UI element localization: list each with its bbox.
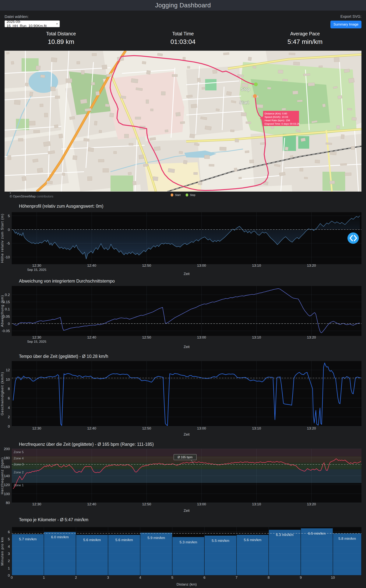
x-tick-label: 8 [267, 575, 270, 580]
chart-title-pace-per-km: Tempo je Kilometer - Ø 5:47 min/km [0, 517, 366, 523]
file-select-group: Datei wählen: 2025-09-15_HH_Run_10.90Km.… [5, 14, 60, 27]
y-tick-label: 3 [8, 552, 10, 556]
stat-average-pace: Average Pace 5:47 min/km [244, 31, 366, 48]
page-title: Jogging Dashboard [155, 2, 211, 9]
y-tick-label: 5 [8, 214, 10, 218]
x-axis-title: Zeit [183, 345, 190, 349]
bar-label: 5.6 min/km [83, 538, 101, 542]
stat-label: Total Distance [0, 31, 122, 37]
x-tick-label: 13:00 [197, 263, 206, 268]
x-axis-title: Zeit [183, 432, 190, 436]
pan-nav-button[interactable] [347, 232, 359, 244]
x-tick-label: 12:40 [87, 502, 96, 506]
stat-total-distance: Total Distance 10.89 km [0, 31, 122, 48]
y-tick-label: 0 [8, 322, 10, 326]
x-tick-label: 12:30 [32, 426, 41, 430]
y-tick-label: 10 [6, 378, 10, 381]
x-tick-date-label: Sep 15, 2025 [27, 340, 46, 343]
y-tick-label: 0.1 [5, 307, 10, 311]
legend-item-start[interactable]: Start [171, 194, 181, 196]
legend-item-stop[interactable]: Stop [185, 194, 195, 196]
svg-text:Distance (Km): 0.60: Distance (Km): 0.60 [265, 112, 287, 115]
x-tick-label: 10 [331, 575, 335, 580]
x-tick-label: 13:20 [307, 335, 316, 339]
x-tick-label: 13:20 [307, 502, 316, 506]
stop-marker-icon [185, 194, 188, 196]
y-tick-label: 100 [4, 492, 10, 496]
bar-label: 5.5 min/km [212, 539, 229, 543]
pace-per-km-chart[interactable]: 5.7 min/km6.0 min/km5.6 min/km5.6 min/km… [0, 523, 366, 588]
x-tick-label: 12:40 [87, 426, 96, 430]
x-tick-label: 0 [11, 575, 13, 580]
stats-row: Total Distance 10.89 km Total Time 01:03… [0, 31, 366, 48]
chart-title-heart-rate: Herzfrequenz über die Zeit (geglättete) … [0, 442, 366, 447]
export-label: Export SVG: [340, 14, 361, 19]
route-map[interactable]: StartStopDistance (Km): 0.60Speed (Km/h)… [5, 51, 361, 201]
y-tick-label: -0.05 [2, 329, 10, 333]
x-tick-label: 13:10 [252, 263, 261, 268]
x-tick-label: 5 [171, 575, 173, 580]
zone-label: Zone 5 [14, 450, 24, 454]
stop-label: Stop [241, 87, 250, 92]
chart-title-deviation: Abweichung von integriertem Durchschnitt… [0, 279, 366, 284]
osm-attribution-link[interactable]: © OpenStreetMap [10, 195, 36, 198]
chart-title-elevation: Höhenprofil (relativ zum Ausgangswert: 0… [0, 204, 366, 209]
elevation-chart[interactable]: 50-5-1012:30Sep 15, 202512:4012:5013:001… [0, 209, 366, 275]
file-select-value: 2025-09-15_HH_Run_10.90Km.fit [7, 20, 56, 28]
y-tick-label: 0 [8, 573, 10, 577]
y-tick-label: 6 [8, 530, 10, 534]
x-tick-label: 13:10 [252, 426, 261, 430]
toolbar: Datei wählen: 2025-09-15_HH_Run_10.90Km.… [0, 11, 366, 29]
y-axis-title: Minuten pro km [0, 537, 4, 566]
y-tick-label: 12 [6, 368, 10, 372]
y-tick-label: 180 [4, 456, 10, 460]
zone-label: Zone 1 [14, 484, 24, 487]
x-tick-label: 13:00 [197, 426, 206, 430]
x-tick-label: 12:50 [142, 335, 151, 339]
y-tick-label: 1 [8, 566, 10, 570]
x-tick-label: 13:10 [252, 502, 261, 506]
svg-text:Ø 165 bpm: Ø 165 bpm [177, 456, 192, 459]
summary-image-button[interactable]: Summary Image [330, 21, 361, 28]
pace-deviation-chart[interactable]: 0.20.150.10.050-0.0512:30Sep 15, 202512:… [0, 284, 366, 350]
x-tick-label: 12:40 [87, 263, 96, 268]
file-select[interactable]: 2025-09-15_HH_Run_10.90Km.fit ▾ [5, 20, 60, 27]
heart-rate-chart[interactable]: Zone 2Zone 3Zone 4Zone 5Zone 18010012014… [0, 447, 366, 515]
plot-area [12, 361, 361, 426]
y-tick-label: 2 [8, 559, 10, 563]
file-select-label: Datei wählen: [5, 14, 60, 19]
y-tick-label: 0.2 [5, 293, 10, 297]
y-tick-label: -10 [5, 255, 10, 259]
x-tick-label: 13:20 [307, 426, 316, 430]
stat-label: Average Pace [244, 31, 366, 37]
x-tick-label: 12:50 [142, 502, 151, 506]
stat-total-time: Total Time 01:03:04 [122, 31, 244, 48]
x-axis-title: Zeit [183, 509, 190, 513]
zone-label: Zone 2 [14, 470, 24, 474]
svg-text:Heart Rate (bpm): 156: Heart Rate (bpm): 156 [265, 119, 290, 122]
map-canvas[interactable]: StartStopDistance (Km): 0.60Speed (Km/h)… [5, 51, 361, 192]
stat-value: 01:03:04 [122, 38, 244, 45]
stat-value: 10.89 km [0, 38, 122, 45]
bar-label: 5.8 min/km [338, 536, 356, 541]
x-tick-date-label: Sep 15, 2025 [27, 268, 46, 272]
y-tick-label: 200 [4, 447, 10, 451]
chevron-down-icon: ▾ [56, 22, 58, 26]
zone-label: Zone 4 [14, 457, 24, 460]
y-tick-label: -5 [7, 241, 10, 245]
x-axis-title: Zeit [183, 272, 190, 275]
x-tick-label: 1 [43, 575, 45, 580]
y-tick-label: 4 [8, 406, 10, 410]
bar-label: 5.3 min/km [180, 540, 197, 544]
chart-title-speed: Tempo über die Zeit (geglättet) - Ø 10.2… [0, 354, 366, 359]
y-tick-label: 6 [8, 396, 10, 400]
x-tick-label: 13:20 [307, 263, 316, 268]
start-marker [253, 94, 257, 98]
speed-chart[interactable]: 02468101212:3012:4012:5013:0013:1013:20Z… [0, 359, 366, 438]
start-label: Start [239, 100, 249, 105]
x-tick-label: 12:40 [87, 335, 96, 339]
x-tick-label: 12:30 [32, 335, 41, 339]
y-tick-label: 80 [6, 501, 10, 505]
x-tick-label: 12:50 [142, 263, 151, 268]
stat-value: 5:47 min/km [244, 38, 366, 45]
